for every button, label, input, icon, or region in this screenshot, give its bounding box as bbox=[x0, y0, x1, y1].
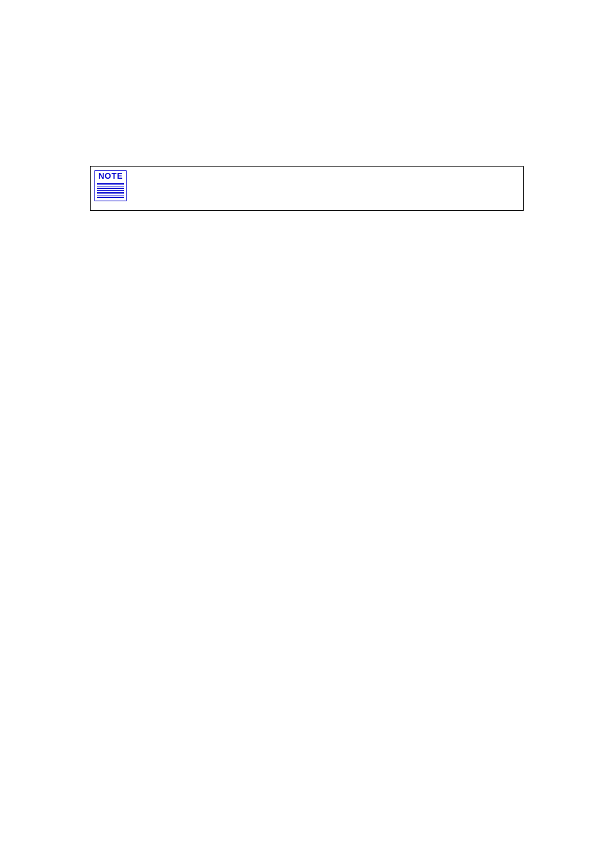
note-callout-box: NOTE bbox=[90, 166, 524, 211]
note-icon-lines bbox=[95, 181, 126, 201]
note-icon: NOTE bbox=[94, 170, 127, 201]
note-icon-label: NOTE bbox=[95, 171, 126, 181]
